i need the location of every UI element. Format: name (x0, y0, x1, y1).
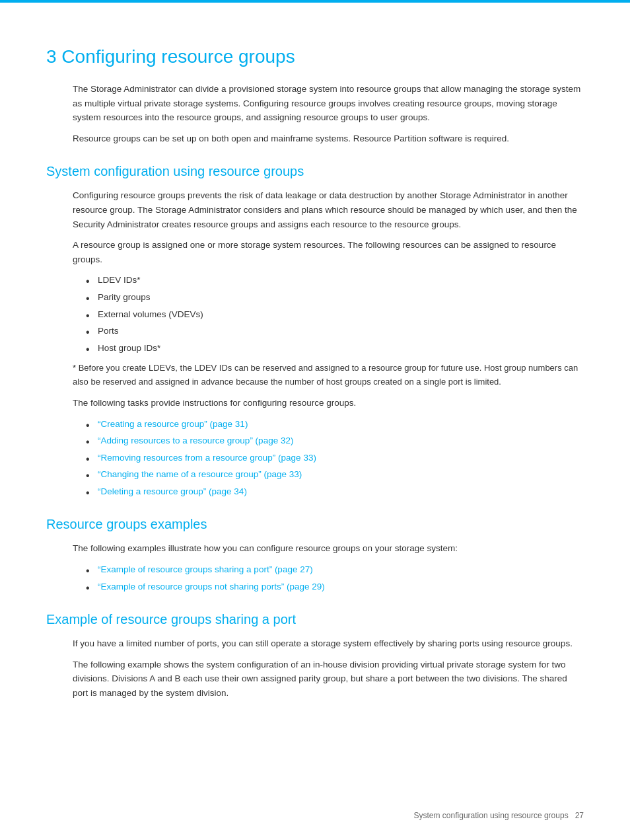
footer-section-label: System configuration using resource grou… (414, 811, 569, 820)
list-item[interactable]: “Deleting a resource group” (page 34) (86, 484, 584, 499)
section-title-examples: Resource groups examples (46, 517, 584, 532)
example-links-list: “Example of resource groups sharing a po… (86, 562, 584, 593)
tasks-intro: The following tasks provide instructions… (73, 396, 584, 410)
page: 3 Configuring resource groups The Storag… (0, 0, 630, 840)
resources-bullet-list: LDEV IDs* Parity groups External volumes… (86, 273, 584, 355)
task-link-1[interactable]: “Creating a resource group” (page 31) (98, 419, 248, 429)
examples-intro: The following examples illustrate how yo… (73, 541, 584, 556)
ldev-note: * Before you create LDEVs, the LDEV IDs … (73, 362, 584, 389)
footer-page-number: 27 (575, 811, 584, 820)
sharing-port-para-1: If you have a limited number of ports, y… (73, 636, 584, 651)
list-item: Host group IDs* (86, 341, 584, 356)
list-item[interactable]: “Example of resource groups not sharing … (86, 580, 584, 594)
list-item[interactable]: “Adding resources to a resource group” (… (86, 434, 584, 448)
list-item[interactable]: “Example of resource groups sharing a po… (86, 562, 584, 577)
footer-text: System configuration using resource grou… (414, 811, 584, 820)
list-item: LDEV IDs* (86, 273, 584, 287)
list-item: Ports (86, 324, 584, 338)
footer: System configuration using resource grou… (0, 811, 630, 820)
task-link-3[interactable]: “Removing resources from a resource grou… (98, 453, 316, 463)
list-item[interactable]: “Changing the name of a resource group” … (86, 467, 584, 482)
example-link-1[interactable]: “Example of resource groups sharing a po… (98, 564, 313, 574)
system-config-para-1: Configuring resource groups prevents the… (73, 188, 584, 231)
list-item: External volumes (VDEVs) (86, 307, 584, 322)
intro-paragraph-2: Resource groups can be set up on both op… (73, 132, 584, 146)
example-link-2[interactable]: “Example of resource groups not sharing … (98, 582, 325, 592)
sharing-port-para-2: The following example shows the system c… (73, 658, 584, 701)
task-link-2[interactable]: “Adding resources to a resource group” (… (98, 436, 293, 445)
task-link-5[interactable]: “Deleting a resource group” (page 34) (98, 486, 247, 496)
list-item: Parity groups (86, 290, 584, 305)
list-item[interactable]: “Creating a resource group” (page 31) (86, 417, 584, 432)
intro-paragraph-1: The Storage Administrator can divide a p… (73, 82, 584, 125)
chapter-title: 3 Configuring resource groups (46, 46, 584, 67)
top-border (0, 0, 630, 3)
list-item[interactable]: “Removing resources from a resource grou… (86, 451, 584, 465)
task-link-4[interactable]: “Changing the name of a resource group” … (98, 469, 302, 479)
section-title-sharing-port: Example of resource groups sharing a por… (46, 612, 584, 627)
section-title-system-config: System configuration using resource grou… (46, 164, 584, 179)
system-config-para-2: A resource group is assigned one or more… (73, 238, 584, 266)
task-links-list: “Creating a resource group” (page 31) “A… (86, 417, 584, 499)
